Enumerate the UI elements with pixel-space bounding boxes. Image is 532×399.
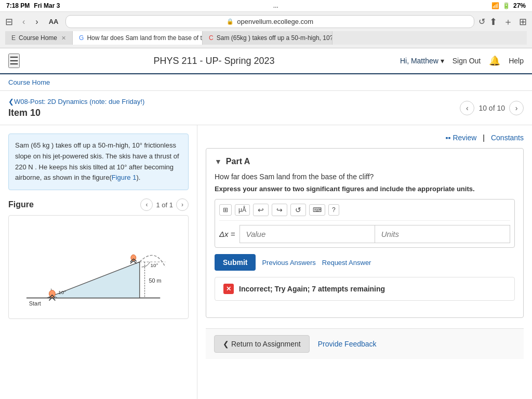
sign-out-link[interactable]: Sign Out [453,57,481,65]
matrix-btn[interactable]: ⊞ [219,204,232,216]
browser-chrome: ⊟ ‹ › AA 🔒 openvellum.ecollege.com ↺ ⬆ ＋… [0,12,532,48]
part-section: ▼ Part A How far does Sam land from the … [206,148,524,318]
content-area: Sam (65 kg ) takes off up a 50-m-high, 1… [0,125,532,399]
delta-label: Δx = [219,230,235,238]
app-title: PHYS 211 - UP- Spring 2023 [28,56,400,66]
svg-point-9 [49,290,55,298]
help-link[interactable]: Help [509,57,524,65]
browser-tab-1[interactable]: E Course Home ✕ [5,31,73,45]
url-text: openvellum.ecollege.com [237,18,313,25]
status-time: 7:18 PM [6,2,30,9]
item-title: Item 10 [8,108,144,118]
help-btn[interactable]: ? [328,204,339,216]
review-link[interactable]: ▪▪ Review [445,134,476,142]
request-answer-link[interactable]: Request Answer [322,259,371,267]
status-bar: 7:18 PM Fri Mar 3 ... 📶 🔋 27% [0,0,532,12]
review-bar: ▪▪ Review | Constants [206,134,524,142]
answer-area: ⊞ μÅ ↩ ↪ ↺ ⌨ ? Δx = [215,199,515,248]
part-toggle-btn[interactable]: ▼ [215,157,222,166]
next-item-btn[interactable]: › [509,101,524,115]
assignment-link[interactable]: ❮W08-Post: 2D Dynamics (note: due Friday… [8,98,144,105]
review-label: Review [453,134,476,142]
bell-icon[interactable]: 🔔 [489,55,500,66]
back-btn[interactable]: ‹ [19,16,28,28]
toolbar: ⊞ μÅ ↩ ↪ ↺ ⌨ ? [219,204,510,221]
error-box: ✕ Incorrect; Try Again; 7 attempts remai… [215,277,515,301]
error-text: Incorrect; Try Again; 7 attempts remaini… [239,285,385,293]
review-icon: ▪▪ [445,134,450,142]
redo-btn[interactable]: ↪ [272,204,287,216]
status-dots: ... [273,2,278,9]
next-figure-btn[interactable]: › [176,198,189,211]
tab2-favicon: G [79,34,84,42]
svg-text:Start: Start [29,300,41,307]
prev-figure-btn[interactable]: ‹ [140,198,153,211]
value-input[interactable] [240,225,375,243]
answer-instruction: Express your answer to two significant f… [215,185,515,193]
item-navigation: ‹ 10 of 10 › [460,101,524,115]
figure-svg: 50 m 10° 10° Start [9,216,188,318]
figure-section: Figure ‹ 1 of 1 › [8,198,189,319]
aa-btn[interactable]: AA [46,17,62,26]
new-tab-btn[interactable]: ＋ [503,16,513,28]
tab1-favicon: E [11,34,16,42]
figure-image: 50 m 10° 10° Start [8,215,189,319]
app-header: ☰ PHYS 211 - UP- Spring 2023 Hi, Matthew… [0,48,532,74]
hamburger-menu[interactable]: ☰ [8,54,20,68]
previous-answers-link[interactable]: Previous Answers [262,259,315,267]
unit-btn[interactable]: μÅ [235,204,250,216]
item-header: ❮W08-Post: 2D Dynamics (note: due Friday… [0,91,532,125]
constants-link[interactable]: Constants [491,134,524,142]
error-icon: ✕ [223,284,234,294]
figure-nav: ‹ 1 of 1 › [140,198,189,211]
figure-header: Figure ‹ 1 of 1 › [8,198,189,211]
svg-text:10°: 10° [150,262,158,268]
tab1-label: Course Home [19,34,57,42]
tab2-label: How far does Sam land from the base of t… [87,34,203,42]
question-text: How far does Sam land from the base of t… [215,172,515,181]
part-header: ▼ Part A [215,157,515,166]
greeting-text: Hi, Matthew [400,57,438,65]
figure-link[interactable]: Figure 1 [112,174,137,181]
status-day: Fri Mar 3 [34,2,60,9]
left-panel: Sam (65 kg ) takes off up a 50-m-high, 1… [0,125,197,399]
undo-btn[interactable]: ↩ [253,204,269,216]
sidebar-toggle-btn[interactable]: ⊟ [5,16,13,28]
main-content: ❮W08-Post: 2D Dynamics (note: due Friday… [0,91,532,399]
units-input[interactable] [375,225,510,243]
forward-btn[interactable]: › [32,16,41,28]
user-greeting[interactable]: Hi, Matthew ▾ [400,57,444,65]
tab1-close[interactable]: ✕ [61,35,66,42]
share-btn[interactable]: ⬆ [489,16,497,28]
keyboard-btn[interactable]: ⌨ [309,204,325,216]
signal-icon: 📶 [491,2,499,9]
tab3-favicon: C [209,34,214,42]
browser-tab-3[interactable]: C Sam (65kg ) takes off up a 50-m-high, … [203,31,332,45]
figure-counter: 1 of 1 [156,201,173,209]
item-counter: 10 of 10 [478,104,505,112]
prev-item-btn[interactable]: ‹ [460,101,474,115]
battery-level: 27% [513,2,526,9]
figure-title: Figure [8,200,34,209]
lock-icon: 🔒 [227,18,234,25]
action-row: Submit Previous Answers Request Answer [215,254,515,271]
address-bar[interactable]: 🔒 openvellum.ecollege.com [65,15,474,28]
problem-text: Sam (65 kg ) takes off up a 50-m-high, 1… [8,134,189,190]
right-panel: ▪▪ Review | Constants ▼ Part A How far d… [197,125,532,399]
submit-btn[interactable]: Submit [215,254,256,271]
reload-btn[interactable]: ↺ [478,17,485,26]
svg-text:10°: 10° [58,290,66,296]
browser-tab-2[interactable]: G How far does Sam land from the base of… [73,31,203,45]
problem-text-content: Sam (65 kg ) takes off up a 50-m-high, 1… [15,141,179,181]
tabs-btn[interactable]: ⊞ [519,16,527,28]
browser-tabs: E Course Home ✕ G How far does Sam land … [5,31,527,45]
wifi-icon: 🔋 [502,2,510,9]
provide-feedback-link[interactable]: Provide Feedback [318,340,377,348]
part-label: Part A [226,157,250,166]
breadcrumb-label[interactable]: Course Home [8,78,50,86]
bottom-actions: ❮ Return to Assignment Provide Feedback [206,328,524,359]
return-to-assignment-btn[interactable]: ❮ Return to Assignment [214,335,310,353]
svg-text:50 m: 50 m [149,277,162,284]
reset-btn[interactable]: ↺ [290,204,306,216]
review-separator: | [483,134,485,142]
